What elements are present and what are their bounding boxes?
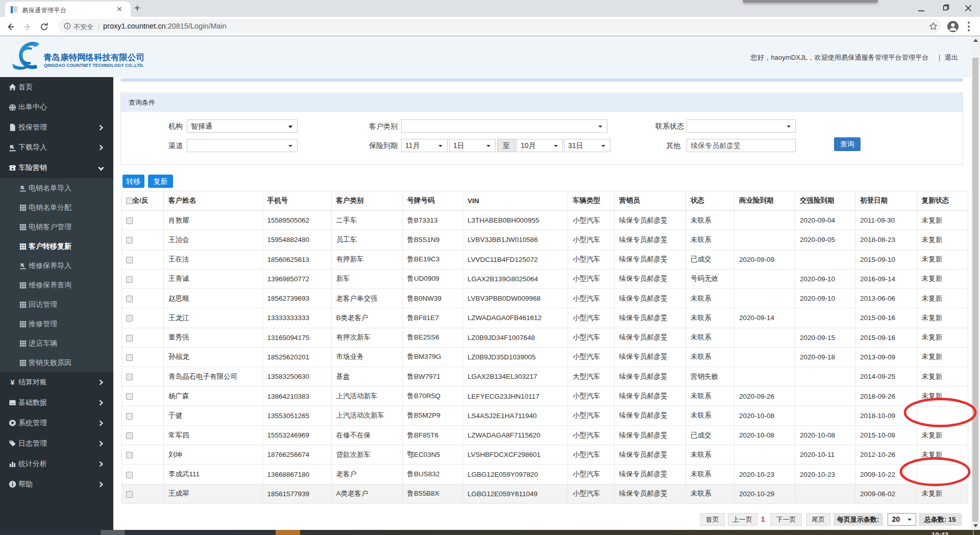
svg-text:¥: ¥ (10, 378, 15, 386)
